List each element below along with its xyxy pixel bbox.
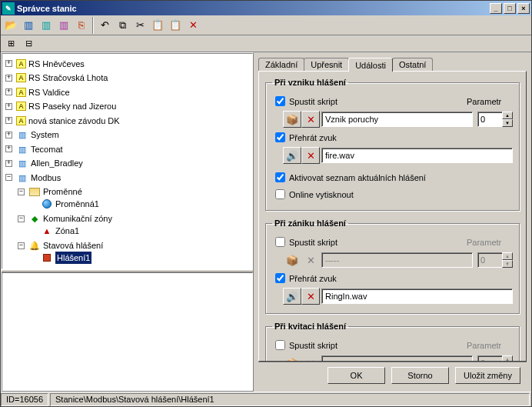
button-row: OK Storno Uložit změny <box>258 362 527 389</box>
script-browse-button: 📦 <box>283 252 301 269</box>
sound-clear-button[interactable]: ✕ <box>301 288 320 305</box>
expander-icon[interactable]: + <box>5 132 12 138</box>
expander-icon[interactable]: + <box>5 117 12 124</box>
spin-down-icon: ▼ <box>502 260 513 268</box>
station-tree[interactable]: +ARS Hněvčeves +ARS Stračovská Lhota +AR… <box>2 53 253 269</box>
alarms-icon: 🔔 <box>28 240 41 251</box>
expander-icon[interactable]: + <box>5 145 12 152</box>
spin-up-icon[interactable]: ▲ <box>502 112 513 119</box>
zanik-prehrat-checkbox[interactable] <box>275 273 285 283</box>
kvitace-param-spinner: ▲▼ <box>477 355 513 362</box>
expander-icon[interactable]: − <box>18 242 25 249</box>
spin-down-icon[interactable]: ▼ <box>502 119 513 127</box>
tree-item[interactable]: Proměnné <box>43 185 82 198</box>
script-clear-button[interactable]: ✕ <box>301 111 320 128</box>
kvitace-spustit-checkbox[interactable] <box>275 340 285 350</box>
tree-item[interactable]: Modbus <box>31 172 61 184</box>
script-clear-button: ✕ <box>301 355 320 362</box>
grid-blue-icon[interactable]: ▥ <box>20 17 37 34</box>
tree-item[interactable]: Komunikační zóny <box>43 212 112 225</box>
preview-pane <box>2 272 253 392</box>
right-pane: Základní Upřesnit Události Ostatní Při v… <box>254 52 531 392</box>
vznik-prehrat-checkbox[interactable] <box>275 132 285 142</box>
tree-expand-icon[interactable]: ⊞ <box>2 35 19 52</box>
zanik-script-field <box>321 252 473 268</box>
tree-item[interactable]: Proměnná1 <box>55 198 99 210</box>
paste-special-icon[interactable]: 📋 <box>167 17 184 34</box>
vznik-script-field[interactable] <box>321 112 473 127</box>
db-icon: ▥ <box>16 172 28 183</box>
tab-upresnit[interactable]: Upřesnit <box>304 58 349 71</box>
storno-button[interactable]: Storno <box>391 367 449 384</box>
vznik-param-spinner[interactable]: ▲▼ <box>477 112 513 127</box>
delete-icon[interactable]: ✕ <box>185 17 201 34</box>
grid-cyan-icon[interactable]: ▥ <box>38 17 55 34</box>
tree-item[interactable]: RS Paseky nad Jizerou <box>28 100 116 112</box>
tree-item[interactable]: RS Valdice <box>28 86 70 98</box>
script-browse-button[interactable]: 📦 <box>283 111 301 128</box>
zanik-param-spinner: ▲▼ <box>477 252 513 268</box>
vznik-sound-field[interactable] <box>321 148 513 163</box>
window-title: Správce stanic <box>17 4 77 13</box>
group-zanik: Při zániku hlášení Spustit skript Parame… <box>265 219 520 314</box>
kvitace-spustit-label: Spustit skript <box>289 341 337 350</box>
title-bar: ✎ Správce stanic _ □ × <box>1 1 531 15</box>
expander-icon[interactable]: + <box>5 60 12 67</box>
tree-item-selected[interactable]: Hlášení1 <box>55 252 91 264</box>
toolbar-tree: ⊞ ⊟ <box>1 35 531 52</box>
copy-icon[interactable]: ⧉ <box>114 17 131 34</box>
expander-icon[interactable]: + <box>5 160 12 167</box>
sound-play-button[interactable]: 🔊 <box>283 147 301 164</box>
tree-item[interactable]: RS Stračovská Lhota <box>28 72 108 84</box>
undo-icon[interactable]: ↶ <box>96 17 113 34</box>
sound-play-button[interactable]: 🔊 <box>283 288 301 305</box>
kvitace-parametr-label: Parametr <box>467 341 513 350</box>
tree-item[interactable]: Stavová hlášení <box>43 239 103 252</box>
tree-item[interactable]: nová stanice závodu DK <box>28 115 120 127</box>
separator <box>92 17 94 34</box>
tree-collapse-icon[interactable]: ⊟ <box>20 35 37 52</box>
open-icon[interactable]: 📂 <box>2 17 19 34</box>
expander-icon[interactable]: + <box>5 75 12 82</box>
ok-button[interactable]: OK <box>328 367 385 384</box>
station-icon: A <box>16 116 26 125</box>
ulozit-button[interactable]: Uložit změny <box>455 367 520 384</box>
sound-clear-button[interactable]: ✕ <box>301 147 320 164</box>
app-window: ✎ Správce stanic _ □ × 📂 ▥ ▥ ▥ ⎘ ↶ ⧉ ✂ 📋… <box>0 0 532 407</box>
cut-icon[interactable]: ✂ <box>131 17 148 34</box>
tab-zakladni[interactable]: Základní <box>258 58 304 71</box>
alarm-item-icon <box>41 252 53 263</box>
zanik-sound-field[interactable] <box>321 289 513 304</box>
group-vznik: Při vzniku hlášení Spustit skript Parame… <box>265 78 520 211</box>
tree-item[interactable]: System <box>31 128 59 141</box>
tab-udalosti[interactable]: Události <box>348 58 393 72</box>
expander-icon[interactable]: − <box>18 188 25 195</box>
export-icon[interactable]: ⎘ <box>73 17 90 34</box>
paste-icon[interactable]: 📋 <box>149 17 166 34</box>
tree-item[interactable]: Tecoreg1 <box>31 266 65 269</box>
maximize-button[interactable]: □ <box>504 3 516 14</box>
zone-icon: ▲ <box>41 225 53 236</box>
close-button[interactable]: × <box>517 3 530 14</box>
zanik-param-value <box>477 252 502 268</box>
group-kvitace: Při kvitaci hlášení Spustit skript Param… <box>265 322 520 362</box>
expander-icon[interactable]: + <box>5 103 12 110</box>
tree-item[interactable]: RS Hněvčeves <box>28 58 85 70</box>
tab-ostatni[interactable]: Ostatní <box>392 58 433 71</box>
vznik-spustit-checkbox[interactable] <box>275 96 285 106</box>
vznik-param-value[interactable] <box>477 112 502 127</box>
tree-item[interactable]: Allen_Bradley <box>31 157 83 169</box>
expander-icon[interactable]: − <box>5 174 12 181</box>
grid-purple-icon[interactable]: ▥ <box>55 17 72 34</box>
station-icon: A <box>16 102 26 111</box>
status-path: Stanice\Modbus\Stavová hlášení\Hlášení1 <box>50 393 530 406</box>
minimize-button[interactable]: _ <box>490 3 502 14</box>
db-icon: ▥ <box>16 267 28 269</box>
zanik-spustit-checkbox[interactable] <box>275 237 285 247</box>
tree-item[interactable]: Zóna1 <box>55 225 79 237</box>
expander-icon[interactable]: + <box>5 88 12 95</box>
vznik-aktivovat-checkbox[interactable] <box>275 172 285 182</box>
expander-icon[interactable]: − <box>18 215 25 222</box>
tree-item[interactable]: Tecomat <box>31 143 63 155</box>
vznik-online-checkbox[interactable] <box>275 189 285 199</box>
